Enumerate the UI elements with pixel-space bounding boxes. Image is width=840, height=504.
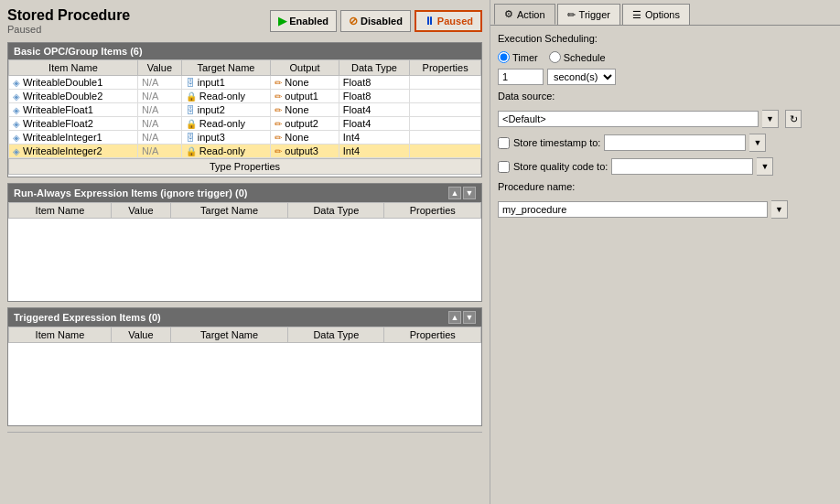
table-row: N/A <box>137 76 181 90</box>
timer-value-input[interactable] <box>498 69 544 85</box>
table-row <box>410 131 481 145</box>
col-item-name-tr: Item Name <box>9 327 112 343</box>
col-target-ra: Target Name <box>170 203 287 219</box>
paused-button[interactable]: ⏸ Paused <box>415 10 482 32</box>
table-row: ✏ output3 <box>271 145 339 158</box>
triggered-section: Triggered Expression Items (0) ▲ ▼ Item … <box>7 307 482 426</box>
timer-unit-select[interactable]: second(s) minute(s) hour(s) <box>547 69 616 85</box>
table-row: N/A <box>137 90 181 103</box>
table-row[interactable]: 🔒 Read-only <box>181 145 271 158</box>
execution-label: Execution Scheduling: <box>498 33 598 44</box>
run-always-section: Run-Always Expression Items (ignore trig… <box>7 183 482 302</box>
basic-opc-header: Basic OPC/Group Items (6) <box>8 43 481 59</box>
table-row[interactable]: 🗄 input3 <box>181 131 271 145</box>
disable-icon: ⊘ <box>349 15 358 27</box>
col-target-name: Target Name <box>181 60 271 76</box>
datasource-dropdown-btn[interactable]: ▼ <box>762 110 779 128</box>
datasource-refresh-btn[interactable]: ↻ <box>785 110 802 128</box>
col-value: Value <box>137 60 181 76</box>
datasource-combo-row: ▼ ↻ <box>498 110 833 128</box>
table-row[interactable]: 🔒 Read-only <box>181 90 271 103</box>
action-icon: ⚙ <box>504 8 513 20</box>
col-props-ra: Properties <box>384 203 481 219</box>
table-row: Float8 <box>339 90 409 103</box>
datasource-input[interactable] <box>498 111 759 127</box>
table-row[interactable]: ◈ WriteableDouble1 <box>9 76 138 90</box>
table-row <box>410 76 481 90</box>
table-row: Int4 <box>339 145 409 158</box>
tab-action[interactable]: ⚙ Action <box>494 4 555 25</box>
run-always-down[interactable]: ▼ <box>463 187 476 199</box>
type-properties-row: Type Properties <box>8 158 481 175</box>
trigger-icon: ✏ <box>567 9 576 21</box>
store-timestamp-dropdown[interactable]: ▼ <box>749 134 766 152</box>
basic-opc-section: Basic OPC/Group Items (6) Item Name Valu… <box>7 42 482 177</box>
table-row: Float4 <box>339 103 409 117</box>
scheduling-radio-group: Timer Schedule <box>498 51 833 63</box>
procedure-combo-row: ▼ <box>498 200 833 219</box>
store-quality-row: Store quality code to: ▼ <box>498 157 833 176</box>
disabled-button[interactable]: ⊘ Disabled <box>340 10 411 32</box>
store-timestamp-input[interactable] <box>604 134 746 151</box>
procedure-input[interactable] <box>498 201 768 218</box>
col-props-tr: Properties <box>384 327 481 343</box>
triggered-table: Item Name Value Target Name Data Type Pr… <box>8 327 481 343</box>
pause-icon: ⏸ <box>424 15 435 27</box>
tab-options[interactable]: ☰ Options <box>622 4 690 25</box>
table-row: N/A <box>137 103 181 117</box>
store-timestamp-label: Store timestamp to: <box>513 137 600 148</box>
run-always-header: Run-Always Expression Items (ignore trig… <box>8 184 481 202</box>
header-area: Stored Procedure Paused ▶ Enabled ⊘ Disa… <box>7 7 482 35</box>
table-row[interactable]: ◈ WriteableDouble2 <box>9 90 138 103</box>
table-row <box>410 90 481 103</box>
store-timestamp-row: Store timestamp to: ▼ <box>498 134 833 152</box>
triggered-down[interactable]: ▼ <box>463 311 476 324</box>
basic-opc-table: Item Name Value Target Name Output Data … <box>8 59 481 158</box>
triggered-header: Triggered Expression Items (0) ▲ ▼ <box>8 308 481 327</box>
run-always-nav: ▲ ▼ <box>448 187 476 199</box>
bottom-scrollbar[interactable] <box>7 432 482 443</box>
run-always-up[interactable]: ▲ <box>448 187 461 199</box>
table-row <box>410 103 481 117</box>
schedule-radio-label[interactable]: Schedule <box>549 51 606 63</box>
store-timestamp-checkbox[interactable] <box>498 137 510 149</box>
table-row[interactable]: ◈ WriteableInteger1 <box>9 131 138 145</box>
tab-trigger[interactable]: ✏ Trigger <box>557 4 620 25</box>
table-row[interactable]: 🗄 input2 <box>181 103 271 117</box>
table-row: Int4 <box>339 131 409 145</box>
triggered-body: Item Name Value Target Name Data Type Pr… <box>8 327 481 418</box>
store-quality-dropdown[interactable]: ▼ <box>757 157 773 176</box>
basic-opc-body: Item Name Value Target Name Output Data … <box>8 59 481 175</box>
table-row <box>410 145 481 158</box>
timer-radio[interactable] <box>498 51 510 63</box>
col-dtype-tr: Data Type <box>288 327 384 343</box>
datasource-label-row: Data source: <box>498 91 833 104</box>
procedure-dropdown-btn[interactable]: ▼ <box>771 200 788 219</box>
table-row[interactable]: ◈ WriteableInteger2 <box>9 145 138 158</box>
col-target-tr: Target Name <box>170 327 287 343</box>
table-row[interactable]: ◈ WriteableFloat1 <box>9 103 138 117</box>
datasource-label: Data source: <box>498 91 555 102</box>
table-row[interactable]: ◈ WriteableFloat2 <box>9 117 138 131</box>
store-quality-input[interactable] <box>611 158 753 175</box>
table-row[interactable]: 🔒 Read-only <box>181 117 271 131</box>
col-output: Output <box>271 60 339 76</box>
table-row <box>410 117 481 131</box>
table-row: N/A <box>137 117 181 131</box>
schedule-radio[interactable] <box>549 51 561 63</box>
triggered-up[interactable]: ▲ <box>448 311 461 324</box>
timer-radio-label[interactable]: Timer <box>498 51 538 63</box>
table-row: ✏ output2 <box>271 117 339 131</box>
enabled-button[interactable]: ▶ Enabled <box>270 10 337 32</box>
status-buttons: ▶ Enabled ⊘ Disabled ⏸ Paused <box>270 10 482 32</box>
options-icon: ☰ <box>632 9 641 21</box>
title-block: Stored Procedure Paused <box>7 7 130 35</box>
store-quality-checkbox[interactable] <box>498 161 510 173</box>
action-tab-content: Execution Scheduling: Timer Schedule sec… <box>490 25 840 504</box>
col-item-name: Item Name <box>9 60 138 76</box>
procedure-label: Procedure name: <box>498 181 575 192</box>
table-row[interactable]: 🗄 input1 <box>181 76 271 90</box>
table-row: ✏ output1 <box>271 90 339 103</box>
col-dtype-ra: Data Type <box>288 203 384 219</box>
table-row: N/A <box>137 131 181 145</box>
